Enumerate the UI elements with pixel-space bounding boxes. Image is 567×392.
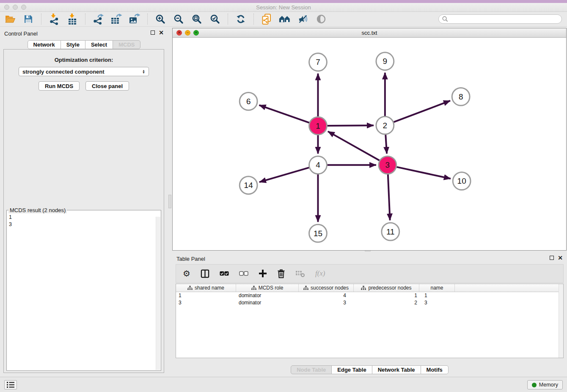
dropdown-stepper-icon: ▲▼ [142,69,145,74]
graph-node-3[interactable]: 3 [379,156,396,174]
column-label: shared name [195,285,224,291]
graph-node-6[interactable]: 6 [239,92,257,110]
graph-node-4[interactable]: 4 [309,156,327,174]
svg-text:11: 11 [386,227,395,236]
edge-1-6[interactable] [259,105,309,123]
show-columns-icon[interactable] [201,268,209,279]
graph-node-7[interactable]: 7 [309,53,327,71]
graph-node-2[interactable]: 2 [376,116,394,134]
table-panel-title: Table Panel [176,256,205,262]
hierarchy-icon [187,286,193,290]
edge-3-10[interactable] [396,167,451,179]
first-neighbors-houses-icon[interactable] [279,14,291,25]
delete-table-icon[interactable] [295,268,305,279]
optimization-criterion-label: Optimization criterion: [4,57,164,63]
table-cell[interactable]: 2 [354,299,419,306]
column-header-shared-name[interactable]: shared name [176,284,236,292]
app-titlebar: Session: New Session [0,3,567,12]
run-mcds-button[interactable]: Run MCDS [39,81,80,91]
tab-select[interactable]: Select [85,40,113,49]
select-all-icon[interactable] [220,268,229,279]
table-cell[interactable]: 1 [176,292,236,299]
main-toolbar [0,12,567,27]
export-image-icon[interactable] [129,14,140,25]
save-session-icon[interactable] [22,14,34,25]
clone-network-icon[interactable] [261,14,272,25]
criterion-dropdown[interactable]: strongly connected component ▲▼ [19,67,149,76]
table-cell[interactable]: dominator [236,292,299,299]
function-builder-icon[interactable]: f(x) [315,268,325,279]
table-toolbar: ⚙ [176,264,564,283]
network-window-titlebar[interactable]: scc.txt [173,28,566,38]
close-table-panel-icon[interactable] [558,256,563,260]
graph-node-1[interactable]: 1 [309,117,327,135]
tab-style[interactable]: Style [61,40,85,49]
column-header-successor-nodes[interactable]: successor nodes [299,284,354,292]
table-scrollbar[interactable] [559,284,563,358]
edge-3-1[interactable] [328,131,380,160]
zoom-fit-icon[interactable] [191,14,203,25]
graph-node-11[interactable]: 11 [382,223,399,240]
table-cell[interactable]: 3 [419,299,455,306]
tab-mcds[interactable]: MCDS [113,40,140,49]
task-history-button[interactable] [4,380,17,389]
export-network-icon[interactable] [92,14,104,25]
vertical-splitter-handle[interactable] [168,195,171,208]
column-header-predecessor-nodes[interactable]: predecessor nodes [354,284,419,292]
table-cell[interactable]: 3 [176,299,236,306]
float-panel-icon[interactable] [151,30,155,35]
close-panel-icon[interactable] [159,30,164,35]
edge-1-2[interactable] [327,125,374,126]
search-input[interactable] [450,16,558,22]
float-table-panel-icon[interactable] [550,256,554,260]
graph-node-15[interactable]: 15 [309,224,327,242]
graph-node-14[interactable]: 14 [239,177,257,194]
result-scrollbar[interactable] [156,217,160,370]
tab-network-table[interactable]: Network Table [372,365,421,374]
mcds-result-box: MCDS result (2 nodes) 1 3 [6,207,161,371]
column-header-MCDS-role[interactable]: MCDS role [236,284,299,292]
deselect-all-icon[interactable] [239,268,248,279]
tab-edge-table[interactable]: Edge Table [331,365,372,374]
search-icon [442,16,448,22]
table-cell[interactable]: 1 [354,292,419,299]
tab-node-table[interactable]: Node Table [291,365,332,374]
column-label: successor nodes [311,285,349,291]
column-header-name[interactable]: name [419,284,455,292]
edge-2-8[interactable] [394,101,450,122]
edge-4-14[interactable] [259,168,309,182]
svg-text:1: 1 [316,121,320,130]
memory-button[interactable]: Memory [527,380,563,389]
table-cell[interactable]: 3 [299,299,354,306]
import-network-icon[interactable] [48,14,60,25]
table-row[interactable]: 1dominator411 [176,292,563,299]
table-cell[interactable]: dominator [236,299,299,306]
open-session-icon[interactable] [4,14,16,25]
add-column-plus-icon[interactable] [259,268,267,279]
graph-node-10[interactable]: 10 [453,172,471,190]
zoom-out-icon[interactable] [173,14,184,25]
edge-3-11[interactable] [388,174,390,221]
svg-text:6: 6 [246,97,251,106]
graph-node-9[interactable]: 9 [376,52,394,70]
refresh-layout-icon[interactable] [235,14,247,25]
tab-network[interactable]: Network [28,40,61,49]
toolbar-separator [147,14,148,25]
delete-column-trash-icon[interactable] [277,268,285,279]
mcds-panel-body: Optimization criterion: strongly connect… [3,49,164,373]
zoom-selected-icon[interactable] [209,14,221,25]
graph-node-8[interactable]: 8 [452,88,470,106]
table-cell[interactable]: 4 [299,292,354,299]
import-table-icon[interactable] [66,14,78,25]
table-cell[interactable]: 1 [419,292,455,299]
table-row[interactable]: 3dominator323 [176,299,563,306]
zoom-in-icon[interactable] [154,14,166,25]
network-canvas[interactable]: 1234678910111415 [173,38,566,250]
close-panel-button[interactable]: Close panel [85,81,129,91]
megaphone-slash-icon[interactable] [297,14,309,25]
export-table-icon[interactable] [110,14,122,25]
tab-motifs[interactable]: Motifs [421,365,449,374]
edge-2-3[interactable] [385,135,387,154]
show-graphics-details-eye-icon[interactable] [315,14,327,25]
table-settings-gear-icon[interactable]: ⚙ [183,268,190,279]
